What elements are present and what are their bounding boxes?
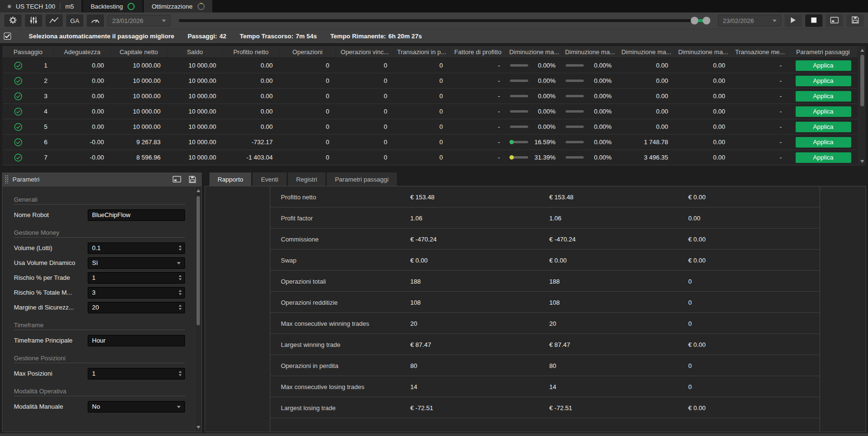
remaining-time: Tempo Rimanente:6h 20m 27s bbox=[330, 33, 422, 40]
passes-count: Passaggi:42 bbox=[187, 33, 226, 40]
table-row[interactable]: 5 0.00 10 000.00 10 000.00 0.00 0 0 0 - … bbox=[2, 119, 858, 135]
genetic-algorithm-button[interactable]: GA bbox=[66, 14, 83, 27]
parameters-scrollbar[interactable] bbox=[195, 186, 201, 432]
report-tab[interactable]: Eventi bbox=[253, 172, 286, 186]
table-row[interactable]: 4 0.00 10 000.00 10 000.00 0.00 0 0 0 - … bbox=[2, 104, 858, 119]
column-header[interactable]: Fattore di profitto bbox=[450, 46, 507, 57]
chevron-down-icon[interactable] bbox=[177, 406, 181, 408]
cell-drawdown-pct-2: 0.00% bbox=[562, 89, 618, 103]
applica-button[interactable]: Applica bbox=[796, 106, 851, 117]
start-button[interactable] bbox=[785, 14, 802, 27]
auto-select-best-pass-checkbox[interactable] bbox=[4, 33, 11, 40]
column-header[interactable]: Adeguatezza bbox=[54, 46, 111, 57]
gear-icon bbox=[9, 16, 17, 26]
date-from-select[interactable]: 23/01/2026 bbox=[107, 15, 171, 26]
save-button[interactable] bbox=[846, 14, 864, 27]
column-header[interactable]: Diminuzione ma... bbox=[618, 46, 675, 57]
elapsed-time: Tempo Trascorso:7m 54s bbox=[240, 33, 317, 40]
param-field-control[interactable]: 1 bbox=[88, 272, 185, 284]
column-header[interactable]: Transazioni in p... bbox=[394, 46, 450, 57]
parameters-panel: Parametri Generali Nome Robot bbox=[2, 172, 202, 432]
param-field-control[interactable]: No bbox=[88, 401, 185, 413]
cell-drawdown-abs-2: 0.00 bbox=[675, 104, 732, 119]
column-header[interactable]: Passaggio bbox=[2, 46, 54, 57]
cell-transazione-media: - bbox=[732, 89, 788, 103]
report-tab[interactable]: Rapporto bbox=[209, 172, 251, 186]
column-header[interactable]: Operazioni bbox=[279, 46, 336, 57]
drag-handle[interactable] bbox=[5, 175, 9, 184]
criteria-chart-button[interactable] bbox=[46, 14, 63, 27]
param-field-control[interactable]: BlueChipFlow bbox=[88, 209, 185, 221]
cell-saldo: 10 000.00 bbox=[167, 135, 223, 149]
report-value-3: 0 bbox=[688, 320, 692, 327]
report-tab[interactable]: Parametri passaggi bbox=[327, 172, 397, 186]
scroll-up-icon[interactable] bbox=[859, 47, 866, 54]
tab-ottimizzazione[interactable]: Ottimizzazione bbox=[144, 0, 212, 12]
table-row[interactable]: 1 0.00 10 000.00 10 000.00 0.00 0 0 0 - … bbox=[2, 58, 858, 73]
pop-out-icon[interactable] bbox=[173, 176, 181, 183]
column-header[interactable]: Operazioni vinc... bbox=[336, 46, 394, 57]
param-field-control[interactable]: 20 bbox=[88, 302, 185, 313]
scrollbar-thumb[interactable] bbox=[197, 196, 200, 325]
report-value-2: € -72.51 bbox=[549, 404, 572, 412]
report-metric-label: Profitto netto bbox=[281, 194, 316, 201]
column-header[interactable]: Capitale netto bbox=[111, 46, 167, 57]
passes-table-scrollbar[interactable] bbox=[858, 46, 866, 166]
applica-button[interactable]: Applica bbox=[796, 152, 851, 163]
save-icon[interactable] bbox=[189, 176, 196, 183]
date-range-slider[interactable] bbox=[179, 19, 710, 22]
cell-transazioni-pendenti: 0 bbox=[394, 58, 450, 73]
slider-handle-end[interactable] bbox=[703, 17, 710, 24]
column-header[interactable]: Transazione me... bbox=[732, 46, 788, 57]
check-icon bbox=[5, 34, 10, 38]
stepper-arrows[interactable] bbox=[179, 273, 182, 283]
cell-operazioni: 0 bbox=[279, 104, 336, 119]
stepper-arrows[interactable] bbox=[179, 287, 182, 298]
applica-button[interactable]: Applica bbox=[796, 137, 851, 148]
report-tab[interactable]: Registri bbox=[288, 172, 325, 186]
tab-backtesting[interactable]: Backtesting bbox=[83, 0, 142, 12]
tab-instrument[interactable]: US TECH 100 m5 bbox=[0, 0, 81, 12]
scroll-up-icon[interactable] bbox=[195, 187, 201, 194]
param-field-value: 0.1 bbox=[92, 244, 101, 252]
stop-button[interactable] bbox=[805, 14, 822, 27]
param-field-control[interactable]: 0.1 bbox=[88, 242, 185, 254]
applica-button[interactable]: Applica bbox=[796, 122, 851, 132]
table-row[interactable]: 7 -0.00 8 596.96 10 000.00 -1 403.04 0 0… bbox=[2, 150, 858, 165]
scrollbar-thumb[interactable] bbox=[860, 55, 864, 106]
column-header[interactable]: Diminuzione ma... bbox=[675, 46, 732, 57]
applica-button[interactable]: Applica bbox=[796, 60, 851, 71]
cell-adeguatezza: -0.00 bbox=[54, 135, 111, 149]
applica-button[interactable]: Applica bbox=[796, 76, 851, 86]
date-to-select[interactable]: 23/02/2026 bbox=[718, 15, 781, 26]
scroll-down-icon[interactable] bbox=[195, 424, 201, 431]
param-field-control[interactable]: 3 bbox=[88, 287, 185, 298]
cell-drawdown-abs-1: 1 748.78 bbox=[618, 135, 675, 149]
drawdown-bar bbox=[510, 156, 528, 159]
cell-transazioni-pendenti: 0 bbox=[394, 135, 450, 149]
chevron-down-icon[interactable] bbox=[177, 262, 181, 264]
param-field: Max Posizioni 1 bbox=[2, 366, 201, 381]
table-row[interactable]: 6 -0.00 9 267.83 10 000.00 -732.17 0 0 0… bbox=[2, 135, 858, 150]
param-field-control[interactable]: 1 bbox=[88, 368, 185, 379]
scroll-down-icon[interactable] bbox=[859, 158, 866, 165]
param-field-control[interactable]: Sì bbox=[88, 257, 185, 269]
param-field-control[interactable]: Hour bbox=[88, 335, 185, 346]
check-circle-icon bbox=[14, 138, 23, 147]
speed-gauge-button[interactable] bbox=[87, 14, 104, 27]
stepper-arrows[interactable] bbox=[179, 368, 182, 379]
column-header[interactable]: Parametri passaggi bbox=[788, 46, 858, 57]
slider-handle-start[interactable] bbox=[691, 17, 698, 24]
stepper-arrows[interactable] bbox=[179, 243, 182, 253]
column-header[interactable]: Profitto netto bbox=[223, 46, 279, 57]
stepper-arrows[interactable] bbox=[179, 302, 182, 313]
optimization-parameters-button[interactable] bbox=[25, 14, 42, 27]
pop-out-panel-button[interactable] bbox=[826, 14, 843, 27]
table-row[interactable]: 2 0.00 10 000.00 10 000.00 0.00 0 0 0 - … bbox=[2, 73, 858, 89]
column-header[interactable]: Saldo bbox=[167, 46, 223, 57]
column-header[interactable]: Diminuzione ma... bbox=[507, 46, 562, 57]
settings-button[interactable] bbox=[4, 14, 22, 27]
column-header[interactable]: Diminuzione ma... bbox=[562, 46, 618, 57]
applica-button[interactable]: Applica bbox=[796, 91, 851, 102]
table-row[interactable]: 3 0.00 10 000.00 10 000.00 0.00 0 0 0 - … bbox=[2, 89, 858, 104]
